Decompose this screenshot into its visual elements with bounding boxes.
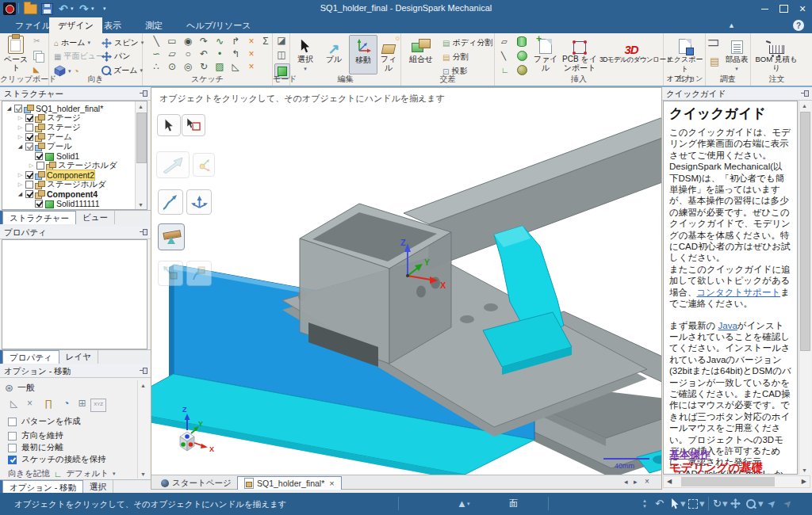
pan-button[interactable]: パン <box>102 51 130 62</box>
checkbox[interactable] <box>8 432 17 441</box>
sketch-delete-icon[interactable]: × <box>244 61 259 73</box>
tab-views[interactable]: ビュー <box>76 211 115 224</box>
checkbox[interactable] <box>8 444 17 452</box>
box-select-dropdown-icon[interactable]: ▾ <box>699 497 705 510</box>
sketch-tangent-arc-icon[interactable]: ↷ <box>197 36 211 48</box>
sketch-trim-icon[interactable]: × <box>244 48 259 60</box>
select-tool-button[interactable]: 選択▾ <box>292 35 319 73</box>
visibility-checkbox[interactable] <box>25 143 33 151</box>
insert-cylinder-icon[interactable] <box>517 36 527 47</box>
paste-button[interactable]: ペースト <box>2 35 30 72</box>
open-file-button[interactable] <box>24 2 37 15</box>
model-viewport[interactable]: Z Y X Z Y X <box>151 87 662 490</box>
sketch-reference-circle-icon[interactable]: ◎ <box>181 61 195 73</box>
tree-item[interactable]: ▷ステージホルダ <box>3 161 117 170</box>
options-scrollbar[interactable]: ▲ ▼ <box>137 380 149 479</box>
tab-measure[interactable]: 測定 <box>136 17 171 33</box>
tab-layer[interactable]: レイヤ <box>59 350 98 364</box>
tab-active-document[interactable]: SQ1_holder_final* × <box>237 476 342 490</box>
sketch-rectangle-icon[interactable]: ▭ <box>165 36 179 48</box>
scroll-up-icon[interactable]: ▲ <box>138 380 148 390</box>
visibility-checkbox[interactable] <box>25 190 33 198</box>
home-view-button[interactable]: ⌂ホーム▾ <box>54 37 90 48</box>
sketch-points-icon[interactable]: ∴ <box>149 61 163 73</box>
tree-item[interactable]: ◢Component4 <box>3 189 98 199</box>
section-mode-icon[interactable]: ◫ <box>275 49 288 62</box>
undo-button[interactable]: ↶ <box>59 2 68 15</box>
expander-collapsed-icon[interactable]: ▷ <box>17 115 24 121</box>
expander-collapsed-icon[interactable]: ▷ <box>17 134 24 140</box>
tab-structure[interactable]: ストラクチャー <box>2 211 76 224</box>
expander-collapsed-icon[interactable]: ▷ <box>28 162 35 169</box>
move-triad-button[interactable] <box>186 189 212 215</box>
tree-item[interactable]: Solid111111 <box>3 199 100 208</box>
sketch-ellipse-icon[interactable]: ⊙ <box>165 61 179 73</box>
move-along-path-button[interactable] <box>158 189 183 215</box>
format-painter-icon[interactable]: ◣ <box>33 65 40 74</box>
sketch-three-point-rect-icon[interactable]: ▱ <box>165 48 179 60</box>
app-logo-icon[interactable] <box>3 2 16 15</box>
tab-view[interactable]: 表示 <box>95 17 130 33</box>
ruler-icon[interactable]: ◺ <box>8 398 20 410</box>
insert-plane-icon[interactable]: ▱ <box>501 37 508 46</box>
select-component-button[interactable] <box>182 114 205 136</box>
zoom-dropdown-icon[interactable]: ▾ <box>758 497 764 510</box>
nudge-spinner-icon[interactable]: ▲▼ <box>642 497 647 510</box>
expander-collapsed-icon[interactable]: ▷ <box>17 172 24 178</box>
maximize-button[interactable] <box>774 0 793 17</box>
bom-quote-button[interactable]: BOM 見積もり <box>753 35 800 72</box>
sketch-arc-icon[interactable]: ↶ <box>197 48 211 60</box>
redo-dropdown[interactable]: ▾ <box>91 2 94 15</box>
zoom-view-icon[interactable] <box>746 497 756 510</box>
plan-view-button[interactable]: ▦平面ビュー <box>54 51 104 62</box>
select-cursor-icon[interactable] <box>671 497 680 510</box>
insert-line-icon[interactable]: ╲ <box>501 52 506 60</box>
split-body-button[interactable]: ▤ボディ分割 <box>442 37 492 48</box>
java-link[interactable]: Java <box>718 321 737 330</box>
dimension-arrows-icon[interactable]: × <box>24 398 36 410</box>
visibility-checkbox[interactable] <box>14 105 22 113</box>
scroll-down-icon[interactable]: ▼ <box>138 469 148 479</box>
sketch-polyline-icon[interactable]: ↱ <box>228 36 243 48</box>
pull-tool-button[interactable]: ↗ プル <box>320 35 347 63</box>
scroll-left-icon[interactable]: ◀ <box>667 478 672 485</box>
tab-help-resources[interactable]: ヘルプ/リソース <box>178 17 260 33</box>
close-tab-icon[interactable]: × <box>329 479 334 488</box>
insert-sphere-icon[interactable] <box>517 51 527 61</box>
anchor-button[interactable] <box>193 153 215 177</box>
expander-collapsed-icon[interactable]: ▷ <box>17 181 24 188</box>
expander-expanded-icon[interactable]: ◢ <box>17 143 24 150</box>
option-keep-orientation[interactable]: 方向を維持 <box>8 430 63 441</box>
sketch-line-icon[interactable]: ╲ <box>149 36 163 48</box>
tree-item[interactable]: ◢プール <box>3 142 72 151</box>
scroll-down-icon[interactable]: ▼ <box>799 465 810 475</box>
sketch-plane-grid-icon[interactable]: ▨ <box>213 61 227 73</box>
close-button[interactable]: × <box>793 0 812 17</box>
general-section-header[interactable]: ⊛一般 <box>5 382 35 394</box>
sketch-bend-icon[interactable]: ↰ <box>228 48 243 60</box>
scrollbar-thumb[interactable] <box>800 112 810 351</box>
tab-design[interactable]: デザイン <box>49 17 102 33</box>
pin-icon[interactable] <box>140 90 147 97</box>
modeling-basics-link[interactable]: モデリングの基礎 <box>669 460 763 475</box>
caliper-icon[interactable]: ∏ <box>708 38 721 48</box>
minimize-button[interactable] <box>755 0 774 17</box>
copy-icon[interactable] <box>33 51 42 60</box>
spin-button[interactable]: スピン▾ <box>102 37 144 48</box>
redo-button[interactable]: ↷ <box>79 2 89 15</box>
remember-orientation-row[interactable]: 向きを記憶 ∟ デフォルト▾ <box>8 468 116 479</box>
box-select-icon[interactable] <box>688 497 698 510</box>
cad-model-canvas[interactable]: Z Y X Z Y X <box>151 88 661 475</box>
visibility-checkbox[interactable] <box>25 133 33 141</box>
visibility-checkbox[interactable] <box>35 152 43 160</box>
visibility-checkbox[interactable] <box>25 124 33 132</box>
select-handle-button[interactable] <box>157 114 181 136</box>
previous-selection-icon[interactable]: ↶ <box>655 497 664 510</box>
tab-scroll-right-icon[interactable]: ▸ <box>634 478 638 486</box>
sketch-spline-icon[interactable]: ∿ <box>213 36 227 48</box>
tab-properties[interactable]: プロパティ <box>2 350 59 364</box>
visibility-checkbox[interactable] <box>35 200 43 208</box>
pan-view-icon[interactable] <box>730 497 741 510</box>
fill-tool-button[interactable]: ☼ フィル <box>377 35 400 72</box>
scroll-up-icon[interactable]: ▲ <box>136 101 146 111</box>
